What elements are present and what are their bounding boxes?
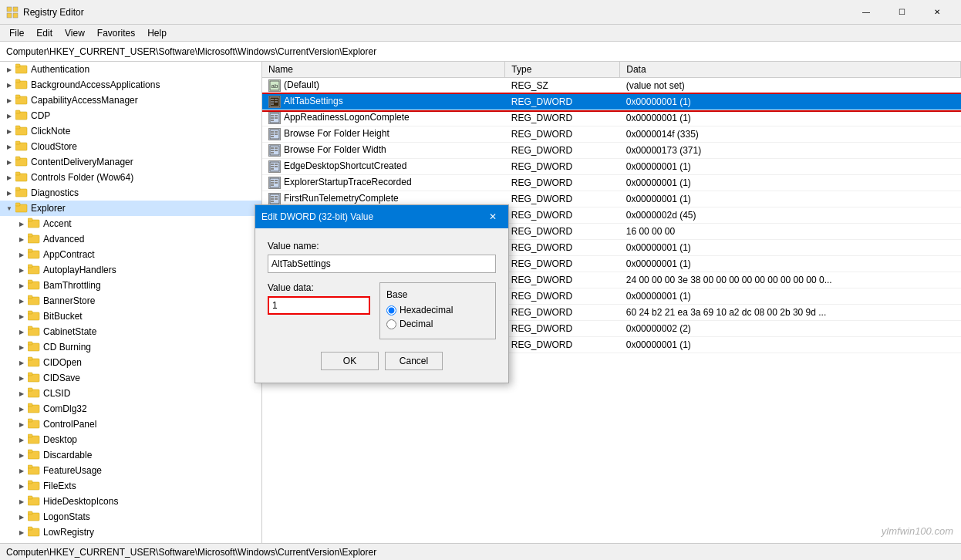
decimal-radio-row: Decimal	[386, 319, 489, 329]
dialog-overlay: Edit DWORD (32-bit) Value ✕ Value name: …	[0, 0, 961, 560]
hexadecimal-radio-row: Hexadecimal	[386, 305, 489, 315]
base-label: Base	[386, 289, 489, 300]
dialog-title-bar: Edit DWORD (32-bit) Value ✕	[255, 205, 508, 228]
value-data-input[interactable]	[268, 296, 370, 315]
decimal-label: Decimal	[400, 319, 433, 329]
dialog-buttons: OK Cancel	[268, 352, 496, 370]
cancel-button[interactable]: Cancel	[385, 352, 443, 370]
hexadecimal-radio[interactable]	[386, 305, 396, 315]
value-name-label: Value name:	[268, 241, 496, 251]
edit-dword-dialog: Edit DWORD (32-bit) Value ✕ Value name: …	[255, 204, 509, 383]
hexadecimal-label: Hexadecimal	[400, 305, 453, 315]
ok-button[interactable]: OK	[321, 352, 379, 370]
dialog-close-button[interactable]: ✕	[484, 207, 502, 226]
decimal-radio[interactable]	[386, 319, 396, 329]
value-data-wrap: Value data:	[268, 282, 370, 315]
base-group: Base Hexadecimal Decimal	[379, 282, 496, 339]
dialog-title: Edit DWORD (32-bit) Value	[261, 211, 484, 222]
dialog-data-row: Value data: Base Hexadecimal Decimal	[268, 282, 496, 339]
value-name-input[interactable]	[268, 255, 496, 273]
value-data-label: Value data:	[268, 282, 370, 293]
dialog-body: Value name: Value data: Base Hexadecimal…	[255, 228, 508, 383]
